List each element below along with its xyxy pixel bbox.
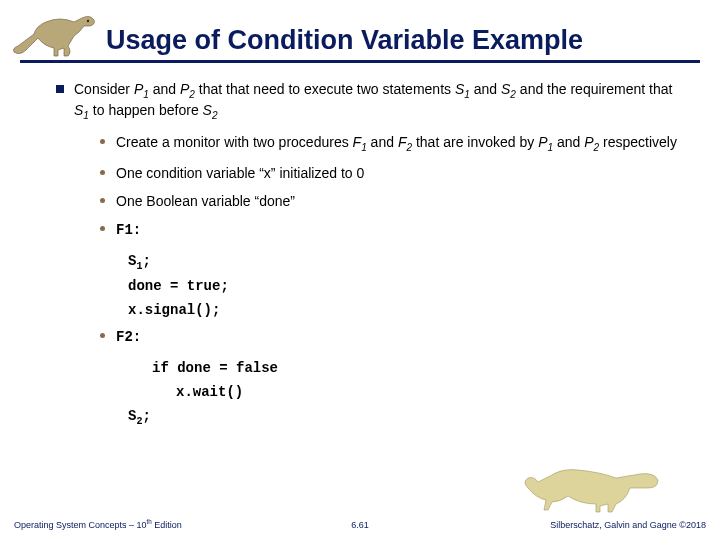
dinosaur-logo-icon — [10, 8, 100, 58]
footer-page-number: 6.61 — [351, 520, 369, 530]
code-line: done = true; — [128, 278, 229, 294]
code-line: S2; — [128, 408, 151, 424]
sub-bullet-2: One condition variable “x” initialized t… — [100, 165, 680, 183]
sub-bullet-4: F1: — [100, 221, 680, 240]
sub-bullet-3: One Boolean variable “done” — [100, 193, 680, 211]
main-bullet: Consider P1 and P2 that that need to exe… — [56, 81, 680, 122]
slide-title: Usage of Condition Variable Example — [100, 25, 583, 58]
sub-bullet-5: F2: — [100, 328, 680, 347]
code-line: x.signal(); — [128, 302, 220, 318]
code-line: S1; — [128, 253, 151, 269]
footer-left: Operating System Concepts – 10th Edition — [14, 518, 182, 530]
sub-bullet-1: Create a monitor with two procedures F1 … — [100, 134, 680, 155]
sub-bullet-list: Create a monitor with two procedures F1 … — [56, 134, 680, 239]
code-f1: S1; done = true; x.signal(); — [56, 250, 680, 323]
footer-right: Silberschatz, Galvin and Gagne ©2018 — [550, 520, 706, 530]
slide-header: Usage of Condition Variable Example — [0, 0, 720, 58]
svg-point-0 — [87, 20, 89, 22]
slide-content: Consider P1 and P2 that that need to exe… — [0, 63, 720, 430]
sub-bullet-list-2: F2: — [56, 328, 680, 347]
dinosaur-bg-icon — [520, 454, 660, 514]
code-f2: if done = false x.wait() S2; — [56, 357, 680, 430]
code-line: if done = false — [128, 357, 680, 381]
code-line: x.wait() — [128, 381, 680, 405]
